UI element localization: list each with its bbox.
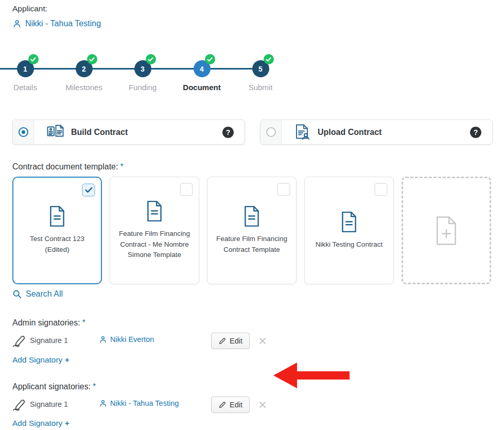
upload-contract-radio[interactable]	[266, 127, 276, 137]
template-card-feature-film-financing[interactable]: Feature Film Financing Contract Template	[207, 177, 297, 284]
required-marker: *	[93, 382, 96, 391]
signature-slot-label: Signature 1	[30, 336, 68, 345]
build-contract-radio[interactable]	[19, 127, 28, 137]
template-section-label: Contract document template:*	[12, 162, 124, 171]
applicant-signatory-link[interactable]: Nikki - Tahua Testing	[99, 399, 179, 407]
plus-icon: +	[65, 355, 69, 364]
signature-pen-icon	[12, 398, 27, 411]
admin-signatory-link[interactable]: Nikki Everton	[99, 335, 154, 343]
step-funding[interactable]: 3 Funding	[117, 51, 168, 92]
template-card-me-nombre-simone[interactable]: Feature Film Financing Contract - Me Nom…	[110, 177, 199, 284]
check-badge-icon	[205, 54, 215, 64]
template-card-nikki-testing-contract[interactable]: Nikki Testing Contract	[304, 177, 394, 284]
step-label: Funding	[129, 83, 157, 92]
step-circle: 3	[134, 60, 151, 77]
add-template-card[interactable]	[402, 177, 491, 284]
search-all-label: Search All	[26, 289, 63, 299]
step-circle: 5	[252, 60, 269, 77]
template-name: Test Contract 123 (Edited)	[13, 234, 101, 255]
upload-contract-label: Upload Contract	[318, 128, 381, 137]
wizard-stepper: 1 Details 2 Milestones 3	[0, 51, 504, 93]
upload-contract-icon	[294, 124, 310, 140]
template-name: Nikki Testing Contract	[309, 239, 389, 250]
edit-admin-signatory-button[interactable]: Edit	[211, 333, 250, 349]
person-icon	[12, 19, 22, 28]
template-checkbox-checked[interactable]	[82, 183, 95, 197]
template-checkbox[interactable]	[374, 183, 388, 196]
add-applicant-signatory-link[interactable]: Add Signatory +	[12, 419, 69, 428]
plus-icon: +	[65, 419, 69, 427]
template-name: Feature Film Financing Contract - Me Nom…	[110, 229, 199, 261]
step-circle: 2	[76, 60, 93, 77]
template-checkbox[interactable]	[180, 183, 193, 196]
help-icon[interactable]: ?	[470, 127, 481, 138]
applicant-signatory-row: Signature 1 Nikki - Tahua Testing Edit	[12, 397, 301, 414]
build-contract-label: Build Contract	[71, 128, 128, 137]
check-badge-icon	[87, 54, 97, 64]
search-all-link[interactable]: Search All	[12, 289, 63, 299]
signature-slot-label: Signature 1	[30, 400, 68, 408]
admin-signatory-row: Signature 1 Nikki Everton Edit	[12, 333, 301, 350]
search-icon	[12, 289, 22, 299]
annotation-arrow	[273, 362, 350, 389]
step-milestones[interactable]: 2 Milestones	[58, 51, 110, 92]
pencil-icon	[218, 401, 226, 409]
remove-admin-signatory-icon[interactable]	[258, 337, 267, 345]
required-marker: *	[82, 318, 85, 327]
step-label: Document	[183, 83, 220, 92]
step-circle: 4	[194, 60, 211, 77]
applicant-signatory-name: Nikki - Tahua Testing	[110, 399, 179, 407]
remove-applicant-signatory-icon[interactable]	[258, 401, 267, 409]
edit-applicant-signatory-button[interactable]: Edit	[211, 397, 250, 413]
step-details[interactable]: 1 Details	[0, 51, 51, 92]
person-icon	[99, 335, 107, 343]
step-circle: 1	[17, 60, 34, 77]
document-icon	[242, 205, 261, 227]
applicant-signatories-label: Applicant signatories:*	[12, 382, 96, 391]
upload-contract-option[interactable]: Upload Contract ?	[260, 119, 493, 145]
build-contract-option[interactable]: Build Contract ?	[12, 119, 245, 145]
radio-zone	[13, 120, 34, 144]
check-badge-icon	[28, 54, 39, 64]
step-document[interactable]: 4 Document	[176, 51, 228, 92]
add-document-icon	[434, 216, 459, 246]
build-contract-icon	[47, 125, 64, 140]
template-name: Feature Film Financing Contract Template	[207, 234, 296, 255]
admin-signatory-name: Nikki Everton	[110, 335, 154, 343]
step-submit[interactable]: 5 Submit	[235, 51, 286, 92]
document-icon	[145, 200, 164, 222]
document-icon	[340, 211, 358, 233]
applicant-label: Applicant:	[12, 4, 47, 13]
step-label: Submit	[249, 83, 273, 92]
applicant-name: Nikki - Tahua Testing	[25, 19, 101, 28]
help-icon[interactable]: ?	[222, 127, 234, 138]
radio-zone	[260, 120, 282, 144]
signature-pen-icon	[12, 334, 27, 348]
required-marker: *	[120, 162, 123, 171]
applicant-link[interactable]: Nikki - Tahua Testing	[12, 19, 101, 28]
admin-signatories-label: Admin signatories:*	[12, 318, 85, 328]
pencil-icon	[218, 337, 226, 345]
add-admin-signatory-link[interactable]: Add Signatory +	[12, 355, 69, 365]
template-card-list: Test Contract 123 (Edited) Feature Film …	[12, 177, 491, 284]
check-badge-icon	[264, 54, 274, 64]
template-checkbox[interactable]	[277, 183, 290, 196]
document-icon	[48, 205, 66, 227]
template-card-test-contract-123[interactable]: Test Contract 123 (Edited)	[12, 177, 102, 284]
check-badge-icon	[146, 54, 156, 64]
step-label: Details	[13, 83, 37, 92]
person-icon	[99, 399, 107, 407]
step-label: Milestones	[65, 83, 102, 92]
